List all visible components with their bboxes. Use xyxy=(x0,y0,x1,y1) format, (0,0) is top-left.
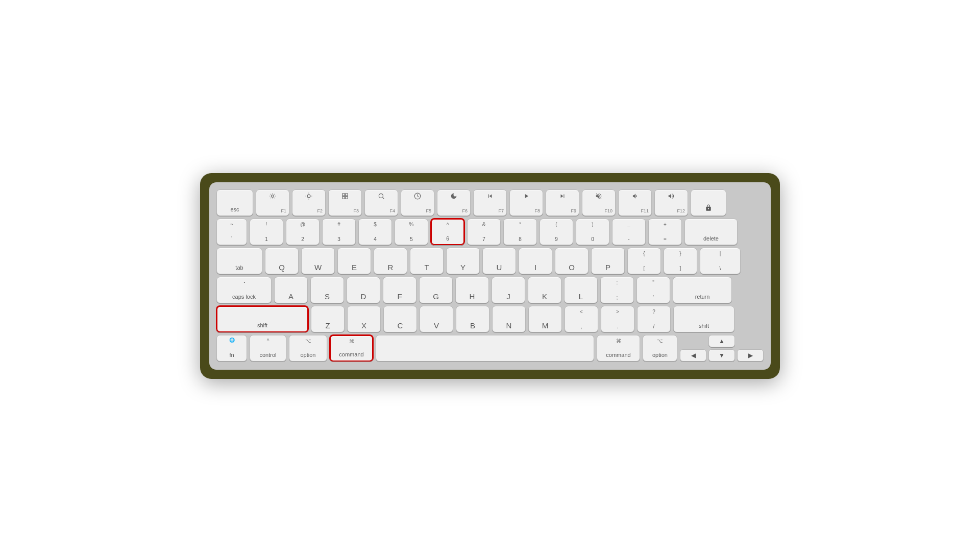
comma-label: , xyxy=(568,324,595,329)
key-control[interactable]: ^ control xyxy=(250,335,286,362)
key-s[interactable]: S xyxy=(310,277,344,303)
key-y[interactable]: Y xyxy=(446,248,480,274)
key-k[interactable]: K xyxy=(528,277,561,303)
key-9[interactable]: ( 9 xyxy=(540,219,573,245)
key-e[interactable]: E xyxy=(337,248,371,274)
key-command-left[interactable]: ⌘ command xyxy=(330,335,373,362)
key-command-right[interactable]: ⌘ command xyxy=(597,335,640,362)
key-shift-left[interactable]: shift xyxy=(216,306,308,332)
key-p[interactable]: P xyxy=(591,248,625,274)
key-l[interactable]: L xyxy=(564,277,598,303)
key-f3[interactable]: F3 xyxy=(328,189,362,216)
key-h[interactable]: H xyxy=(455,277,489,303)
key-slash[interactable]: ? / xyxy=(637,306,671,332)
n-label: N xyxy=(506,322,512,329)
key-rbracket[interactable]: } ] xyxy=(664,248,697,274)
key-c[interactable]: C xyxy=(383,306,417,332)
key-option-right[interactable]: ⌥ option xyxy=(643,335,677,362)
key-u[interactable]: U xyxy=(482,248,516,274)
lock-icon xyxy=(705,204,712,213)
key-shift-right[interactable]: shift xyxy=(673,306,734,332)
key-backtick[interactable]: ~ ` xyxy=(216,219,247,245)
key-delete[interactable]: delete xyxy=(684,219,738,245)
key-space[interactable] xyxy=(376,335,594,362)
arrow-cluster: ▲ ◀ ▼ ▶ xyxy=(680,335,764,362)
key-m[interactable]: M xyxy=(528,306,562,332)
key-f2[interactable]: F2 xyxy=(292,189,326,216)
key-f10[interactable]: F10 xyxy=(582,189,616,216)
key-r[interactable]: R xyxy=(374,248,407,274)
t-label: T xyxy=(424,263,429,271)
m-label: M xyxy=(542,322,549,329)
f5-icon xyxy=(404,193,431,201)
key-i[interactable]: I xyxy=(519,248,552,274)
key-6[interactable]: ^ 6 xyxy=(431,219,464,245)
key-period[interactable]: > . xyxy=(601,306,634,332)
shift-right-label: shift xyxy=(699,323,709,329)
key-t[interactable]: T xyxy=(410,248,444,274)
key-x[interactable]: X xyxy=(347,306,381,332)
key-f5[interactable]: F5 xyxy=(401,189,434,216)
key-z[interactable]: Z xyxy=(311,306,345,332)
key-v[interactable]: V xyxy=(420,306,453,332)
key-g[interactable]: G xyxy=(419,277,453,303)
question-label: ? xyxy=(641,309,667,315)
key-option-left[interactable]: ⌥ option xyxy=(289,335,327,362)
key-tab[interactable]: tab xyxy=(216,248,262,274)
key-semicolon[interactable]: : ; xyxy=(600,277,634,303)
key-w[interactable]: W xyxy=(301,248,335,274)
key-lock[interactable] xyxy=(691,189,726,216)
tilde-label: ~ xyxy=(220,222,243,227)
c-label: C xyxy=(398,322,403,329)
key-arrow-down[interactable]: ▼ xyxy=(708,349,735,362)
key-backslash[interactable]: | \ xyxy=(700,248,741,274)
6-label: 6 xyxy=(435,236,460,242)
b-label: B xyxy=(470,322,475,329)
key-d[interactable]: D xyxy=(347,277,380,303)
key-f11[interactable]: F11 xyxy=(618,189,652,216)
key-f12[interactable]: F12 xyxy=(654,189,688,216)
r-label: R xyxy=(388,263,394,271)
key-q[interactable]: Q xyxy=(265,248,299,274)
squote-label: ' xyxy=(640,295,667,300)
key-minus[interactable]: _ - xyxy=(612,219,646,245)
key-1[interactable]: ! 1 xyxy=(250,219,283,245)
percent-label: % xyxy=(398,222,425,227)
key-a[interactable]: A xyxy=(274,277,308,303)
key-caps-lock[interactable]: • caps lock xyxy=(216,277,272,303)
key-lbracket[interactable]: { [ xyxy=(627,248,661,274)
lbracket-label: [ xyxy=(631,266,657,271)
key-7[interactable]: & 7 xyxy=(467,219,501,245)
key-arrow-left[interactable]: ◀ xyxy=(680,349,706,362)
key-quote[interactable]: " ' xyxy=(636,277,670,303)
key-3[interactable]: # 3 xyxy=(322,219,356,245)
key-f4[interactable]: F4 xyxy=(364,189,398,216)
key-2[interactable]: @ 2 xyxy=(286,219,320,245)
key-f1[interactable]: F1 xyxy=(256,189,289,216)
j-label: J xyxy=(506,293,510,300)
key-comma[interactable]: < , xyxy=(565,306,598,332)
key-8[interactable]: * 8 xyxy=(503,219,537,245)
svg-line-6 xyxy=(274,198,275,198)
key-5[interactable]: % 5 xyxy=(395,219,428,245)
key-0[interactable]: ) 0 xyxy=(576,219,609,245)
key-return[interactable]: return xyxy=(673,277,732,303)
key-j[interactable]: J xyxy=(492,277,525,303)
key-f9[interactable]: F9 xyxy=(546,189,579,216)
key-b[interactable]: B xyxy=(456,306,489,332)
backslash-label: \ xyxy=(703,266,737,271)
q-label: Q xyxy=(279,263,285,271)
key-4[interactable]: $ 4 xyxy=(358,219,392,245)
key-arrow-up[interactable]: ▲ xyxy=(708,335,735,347)
key-f6[interactable]: F6 xyxy=(437,189,471,216)
key-equal[interactable]: + = xyxy=(648,219,682,245)
key-f7[interactable]: F7 xyxy=(473,189,507,216)
arrow-bottom-row: ◀ ▼ ▶ xyxy=(680,349,764,362)
key-f8[interactable]: F8 xyxy=(509,189,543,216)
key-n[interactable]: N xyxy=(492,306,526,332)
key-o[interactable]: O xyxy=(555,248,589,274)
key-f[interactable]: F xyxy=(383,277,416,303)
key-fn[interactable]: 🌐 fn xyxy=(216,335,247,362)
key-esc[interactable]: esc xyxy=(216,189,253,216)
key-arrow-right[interactable]: ▶ xyxy=(737,349,764,362)
